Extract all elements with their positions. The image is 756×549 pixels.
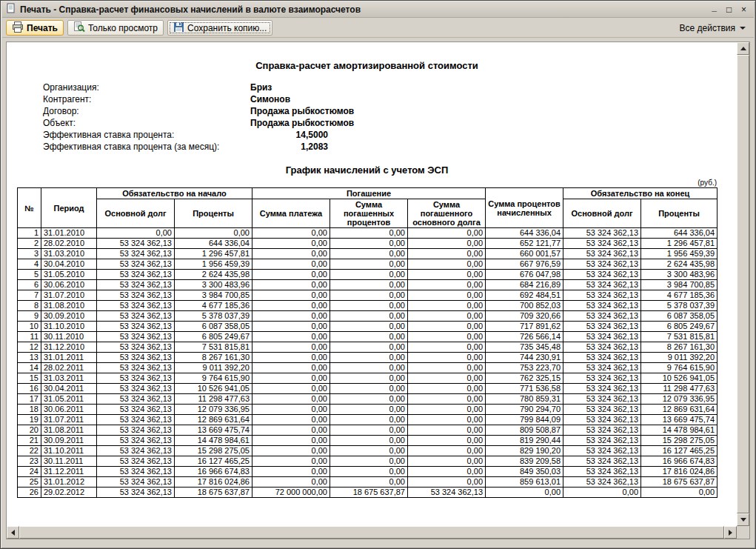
row-number-cell: 6 (18, 280, 41, 290)
period-cell: 30.06.2010 (41, 280, 97, 290)
amount-cell: 53 324 362,13 (563, 477, 641, 488)
amount-cell: 53 324 362,13 (97, 446, 175, 456)
vertical-scrollbar-thumb[interactable] (737, 55, 749, 513)
amount-cell: 1 956 459,39 (175, 259, 252, 270)
group-repayment: Погашение (252, 188, 486, 199)
amount-cell: 0,00 (330, 332, 408, 342)
amount-cell: 15 298 275,05 (175, 446, 252, 456)
amount-cell: 3 984 700,85 (175, 290, 252, 301)
amount-cell: 53 324 362,13 (97, 239, 175, 249)
period-cell: 30.09.2011 (41, 436, 97, 446)
row-number-cell: 15 (18, 373, 41, 384)
amount-cell: 12 869 631,64 (175, 415, 252, 425)
period-cell: 31.08.2011 (41, 425, 97, 436)
row-number-cell: 1 (18, 228, 41, 239)
amount-cell: 0,00 (408, 311, 486, 322)
amount-cell: 6 805 249,67 (175, 332, 252, 342)
amount-cell: 0,00 (252, 373, 330, 384)
amount-cell: 53 324 362,13 (563, 228, 641, 239)
field-object: Объект: Продажа рыбкостюмов (43, 117, 737, 129)
minimize-button[interactable]: _ (708, 4, 720, 16)
amount-cell: 0,00 (330, 249, 408, 259)
vertical-scrollbar[interactable] (737, 42, 749, 526)
row-number-cell: 19 (18, 415, 41, 425)
amount-cell: 0,00 (252, 467, 330, 477)
table-row: 630.06.201053 324 362,133 300 483,960,00… (18, 280, 717, 290)
amount-cell: 53 324 362,13 (563, 239, 641, 249)
amount-cell: 53 324 362,13 (563, 363, 641, 373)
row-number-cell: 3 (18, 249, 41, 259)
amount-cell: 799 844,09 (486, 415, 563, 425)
amount-cell: 0,00 (408, 280, 486, 290)
amount-cell: 0,00 (330, 280, 408, 290)
amount-cell: 771 536,58 (486, 384, 563, 394)
scroll-up-button[interactable] (737, 42, 749, 55)
save-copy-button[interactable]: Сохранить копию... (167, 20, 272, 36)
amount-cell: 667 976,59 (486, 259, 563, 270)
row-number-cell: 4 (18, 259, 41, 270)
amount-cell: 16 966 674,83 (175, 467, 252, 477)
amount-cell: 2 624 435,98 (641, 259, 717, 270)
amount-cell: 0,00 (252, 322, 330, 332)
group-end: Обязательство на конец (563, 188, 717, 199)
amount-cell: 829 190,20 (486, 446, 563, 456)
amount-cell: 0,00 (408, 436, 486, 446)
amount-cell: 0,00 (408, 353, 486, 363)
horizontal-scrollbar-thumb[interactable] (19, 526, 724, 539)
amount-cell: 0,00 (252, 446, 330, 456)
horizontal-scrollbar[interactable] (7, 526, 737, 539)
period-cell: 31.05.2010 (41, 270, 97, 280)
amount-cell: 18 675 637,87 (330, 488, 408, 498)
amount-cell: 53 324 362,13 (97, 467, 175, 477)
amount-cell: 0,00 (408, 384, 486, 394)
scroll-right-button[interactable] (724, 526, 737, 539)
amount-cell: 53 324 362,13 (97, 322, 175, 332)
amount-cell: 53 324 362,13 (97, 456, 175, 467)
row-number-cell: 12 (18, 342, 41, 353)
amount-cell: 0,00 (252, 384, 330, 394)
amount-cell: 53 324 362,13 (97, 353, 175, 363)
all-actions-button[interactable]: Все действия (675, 20, 750, 36)
amount-cell: 0,00 (252, 477, 330, 488)
table-row: 1231.12.201053 324 362,137 531 815,810,0… (18, 342, 717, 353)
print-button[interactable]: Печать (6, 20, 64, 36)
amount-cell: 700 852,03 (486, 301, 563, 311)
amount-cell: 53 324 362,13 (563, 456, 641, 467)
col-repaid-principal: Сумма погашенного основного долга (408, 199, 486, 228)
amount-cell: 9 764 615,90 (175, 373, 252, 384)
amount-cell: 53 324 362,13 (97, 301, 175, 311)
amount-cell: 53 324 362,13 (563, 415, 641, 425)
close-button[interactable]: × (737, 4, 750, 16)
field-effective-rate-monthly: Эффективная ставка процента (за месяц): … (43, 141, 737, 153)
scroll-down-button[interactable] (737, 513, 749, 526)
amount-cell: 53 324 362,13 (563, 384, 641, 394)
amount-cell: 0,00 (330, 301, 408, 311)
scroll-up-icon (740, 47, 746, 50)
table-row: 1630.04.201153 324 362,1310 526 941,050,… (18, 384, 717, 394)
period-cell: 31.08.2010 (41, 301, 97, 311)
window-icon (6, 3, 16, 16)
amount-cell: 0,00 (252, 290, 330, 301)
col-num: № (18, 188, 41, 228)
row-number-cell: 13 (18, 353, 41, 363)
amount-cell: 0,00 (408, 322, 486, 332)
window-title: Печать - Справка-расчет финансовых начис… (20, 4, 704, 15)
period-cell: 30.11.2010 (41, 332, 97, 342)
row-number-cell: 17 (18, 394, 41, 405)
maximize-button[interactable]: □ (723, 4, 735, 16)
scroll-left-button[interactable] (7, 526, 19, 539)
amount-cell: 0,00 (408, 373, 486, 384)
amount-cell: 0,00 (252, 353, 330, 363)
scroll-down-icon (740, 518, 746, 522)
amount-cell: 753 223,70 (486, 363, 563, 373)
amount-cell: 652 121,77 (486, 239, 563, 249)
amount-cell: 0,00 (252, 301, 330, 311)
amount-cell: 53 324 362,13 (97, 384, 175, 394)
scroll-left-icon (11, 530, 15, 536)
table-row: 731.07.201053 324 362,133 984 700,850,00… (18, 290, 717, 301)
view-only-button[interactable]: Только просмотр (67, 20, 164, 36)
amount-cell: 0,00 (408, 425, 486, 436)
table-row: 831.08.201053 324 362,134 677 185,360,00… (18, 301, 717, 311)
field-contract: Договор: Продажа рыбкостюмов (43, 105, 737, 117)
amount-cell: 9 011 392,20 (175, 363, 252, 373)
